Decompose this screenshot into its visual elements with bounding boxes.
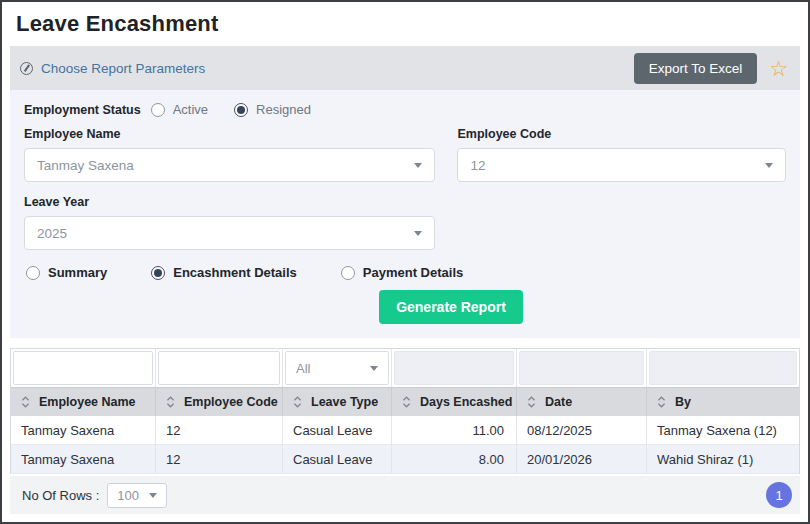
employment-status-option-label: Resigned (256, 102, 311, 117)
chevron-down-icon (765, 163, 773, 168)
table-cell: Wahid Shiraz (1) (647, 445, 799, 474)
table-cell: Casual Leave (283, 416, 392, 445)
column-header-label: Leave Type (311, 395, 378, 409)
report-parameters-bar: Choose Report Parameters Export To Excel… (10, 46, 800, 90)
radio-icon (151, 103, 165, 117)
employee-code-select[interactable]: 12 (457, 148, 786, 182)
table-cell: 08/12/2025 (517, 416, 647, 445)
sort-icon (293, 395, 302, 409)
filter-disabled-cell (519, 351, 644, 385)
table-cell: 20/01/2026 (517, 445, 647, 474)
generate-report-row: Generate Report (24, 290, 786, 324)
employee-code-field: Employee Code 12 (457, 127, 786, 195)
report-type-option-encashment-details[interactable]: Encashment Details (151, 265, 297, 280)
radio-selected-icon (151, 266, 165, 280)
pagination-page-1[interactable]: 1 (766, 482, 792, 508)
radio-icon (341, 266, 355, 280)
table-cell: Tanmay Saxena (11, 445, 156, 474)
table-cell: 12 (156, 416, 283, 445)
table-cell: Casual Leave (283, 445, 392, 474)
employment-status-option-label: Active (173, 102, 208, 117)
leave-encashment-window: Leave Encashment Choose Report Parameter… (0, 0, 810, 524)
filter-cell (156, 349, 283, 387)
sort-icon (657, 395, 666, 409)
results-table: AllEmployee NameEmployee CodeLeave TypeD… (10, 348, 800, 474)
column-header-employee-name[interactable]: Employee Name (11, 387, 156, 416)
table-cell: Tanmay Saxena (11, 416, 156, 445)
report-type-option-summary[interactable]: Summary (26, 265, 107, 280)
employment-status-option-resigned[interactable]: Resigned (234, 102, 311, 117)
employee-code-label: Employee Code (457, 127, 786, 141)
employee-name-value: Tanmay Saxena (37, 158, 414, 173)
rows-per-page-label: No Of Rows : (22, 488, 99, 503)
filter-cell (11, 349, 156, 387)
report-type-option-label: Summary (48, 265, 107, 280)
column-filter-input[interactable] (13, 351, 153, 385)
chevron-down-icon (414, 231, 422, 236)
radio-icon (26, 266, 40, 280)
parameters-icon (20, 62, 33, 75)
column-header-leave-type[interactable]: Leave Type (283, 387, 392, 416)
report-type-option-label: Encashment Details (173, 265, 297, 280)
sort-icon (527, 395, 536, 409)
table-footer: No Of Rows : 100 1 (10, 476, 800, 514)
report-parameters-toggle[interactable]: Choose Report Parameters (20, 61, 205, 76)
employee-code-value: 12 (470, 158, 765, 173)
leave-year-value: 2025 (37, 226, 414, 241)
leave-type-filter-value: All (296, 361, 370, 376)
table-cell: 11.00 (392, 416, 517, 445)
employment-status-label: Employment Status (24, 103, 141, 117)
report-parameters-panel: Employment Status ActiveResigned Employe… (10, 90, 800, 338)
export-to-excel-button[interactable]: Export To Excel (634, 53, 758, 84)
filter-cell (392, 349, 517, 387)
leave-year-select[interactable]: 2025 (24, 216, 435, 250)
report-type-option-payment-details[interactable]: Payment Details (341, 265, 463, 280)
leave-type-filter-select[interactable]: All (285, 351, 389, 385)
report-type-option-label: Payment Details (363, 265, 463, 280)
column-header-label: By (675, 395, 691, 409)
filter-disabled-cell (394, 351, 514, 385)
column-header-employee-code[interactable]: Employee Code (156, 387, 283, 416)
table-cell: 8.00 (392, 445, 517, 474)
leave-year-label: Leave Year (24, 195, 435, 209)
employment-status-radio-group: ActiveResigned (151, 102, 311, 117)
column-header-days-encashed[interactable]: Days Encashed (392, 387, 517, 416)
employee-name-select[interactable]: Tanmay Saxena (24, 148, 435, 182)
column-header-label: Date (545, 395, 572, 409)
leave-year-field: Leave Year 2025 (24, 195, 435, 263)
parameters-bar-title: Choose Report Parameters (41, 61, 205, 76)
table-cell: 12 (156, 445, 283, 474)
chevron-down-icon (370, 366, 378, 371)
filter-fields-grid: Employee Name Tanmay Saxena Employee Cod… (24, 127, 786, 263)
employee-name-field: Employee Name Tanmay Saxena (24, 127, 435, 195)
favorite-star-icon[interactable]: ☆ (769, 58, 788, 79)
radio-selected-icon (234, 103, 248, 117)
employee-name-label: Employee Name (24, 127, 435, 141)
filter-cell (517, 349, 647, 387)
chevron-down-icon (149, 493, 157, 498)
table-cell: Tanmay Saxena (12) (647, 416, 799, 445)
sort-icon (402, 395, 411, 409)
rows-per-page-select[interactable]: 100 (107, 483, 167, 508)
column-header-label: Employee Code (184, 395, 278, 409)
employment-status-row: Employment Status ActiveResigned (24, 102, 786, 117)
sort-icon (166, 395, 175, 409)
column-header-label: Employee Name (39, 395, 136, 409)
report-type-radio-group: SummaryEncashment DetailsPayment Details (26, 265, 786, 280)
column-header-label: Days Encashed (420, 395, 512, 409)
column-header-by[interactable]: By (647, 387, 799, 416)
employment-status-option-active[interactable]: Active (151, 102, 208, 117)
parameters-bar-actions: Export To Excel ☆ (634, 53, 788, 84)
rows-per-page-value: 100 (117, 488, 139, 503)
sort-icon (21, 395, 30, 409)
column-header-date[interactable]: Date (517, 387, 647, 416)
page-title: Leave Encashment (16, 11, 792, 37)
filter-cell: All (283, 349, 392, 387)
column-filter-input[interactable] (158, 351, 280, 385)
filter-cell (647, 349, 799, 387)
chevron-down-icon (414, 163, 422, 168)
filter-disabled-cell (649, 351, 797, 385)
generate-report-button[interactable]: Generate Report (379, 290, 523, 324)
title-bar: Leave Encashment (2, 2, 808, 44)
